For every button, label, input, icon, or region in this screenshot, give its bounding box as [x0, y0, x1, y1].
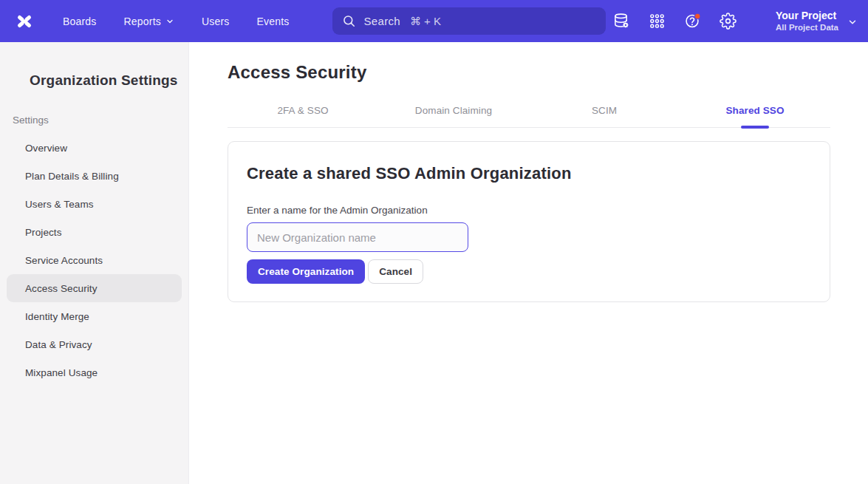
sidebar-item-projects[interactable]: Projects	[7, 218, 182, 246]
card-title: Create a shared SSO Admin Organization	[247, 164, 811, 183]
mixpanel-logo-icon[interactable]	[13, 10, 35, 33]
nav-item-label: Boards	[63, 16, 97, 27]
project-name: Your Project	[776, 10, 838, 22]
sidebar-item-identity-merge[interactable]: Identity Merge	[7, 302, 182, 330]
sidebar-title: Organization Settings	[30, 72, 188, 89]
search-input[interactable]: Search ⌘ + K	[332, 7, 606, 35]
create-organization-button[interactable]: Create Organization	[247, 259, 365, 284]
sidebar-item-overview[interactable]: Overview	[7, 134, 182, 162]
cancel-button[interactable]: Cancel	[368, 259, 423, 284]
sidebar-item-users-teams[interactable]: Users & Teams	[7, 190, 182, 218]
org-name-label: Enter a name for the Admin Organization	[247, 204, 811, 217]
search-icon	[342, 14, 356, 28]
sidebar-item-access-security[interactable]: Access Security	[7, 274, 182, 302]
sidebar-item-service-accounts[interactable]: Service Accounts	[7, 246, 182, 274]
project-scope: All Project Data	[776, 22, 838, 33]
nav-item-label: Reports	[124, 16, 161, 27]
settings-gear-icon[interactable]	[720, 13, 737, 30]
nav-item-events[interactable]: Events	[257, 16, 290, 27]
sidebar-item-plan-details-billing[interactable]: Plan Details & Billing	[7, 162, 182, 190]
primary-nav: Boards Reports Users Events	[63, 16, 290, 27]
sidebar-item-data-privacy[interactable]: Data & Privacy	[7, 330, 182, 358]
tab-domain-claiming[interactable]: Domain Claiming	[378, 105, 529, 127]
sidebar-section-label: Settings	[13, 114, 188, 126]
search-shortcut: ⌘ + K	[410, 15, 441, 28]
create-shared-sso-card: Create a shared SSO Admin Organization E…	[228, 141, 830, 302]
nav-item-label: Users	[202, 16, 230, 27]
tab-scim[interactable]: SCIM	[529, 105, 680, 127]
top-navbar: Boards Reports Users Events Search ⌘ + K	[0, 0, 868, 42]
navbar-actions: Your Project All Project Data	[613, 10, 856, 33]
tab-shared-sso[interactable]: Shared SSO	[680, 105, 830, 127]
settings-sidebar: Organization Settings Settings Overview …	[0, 42, 189, 484]
sidebar-item-mixpanel-usage[interactable]: Mixpanel Usage	[7, 358, 182, 386]
apps-grid-icon[interactable]	[649, 13, 666, 30]
search-placeholder: Search	[364, 15, 400, 27]
data-management-icon[interactable]	[613, 13, 630, 30]
org-name-input[interactable]	[247, 222, 468, 252]
nav-item-label: Events	[257, 16, 290, 27]
project-labels: Your Project All Project Data	[776, 10, 838, 33]
nav-item-reports[interactable]: Reports	[124, 16, 174, 27]
sidebar-items: Overview Plan Details & Billing Users & …	[0, 134, 188, 386]
project-selector[interactable]: Your Project All Project Data	[776, 10, 856, 33]
main-content: Access Security 2FA & SSO Domain Claimin…	[189, 42, 868, 484]
chevron-down-icon	[165, 17, 174, 26]
card-actions: Create Organization Cancel	[247, 259, 811, 284]
nav-item-boards[interactable]: Boards	[63, 16, 97, 27]
help-icon[interactable]	[684, 13, 701, 30]
page-title: Access Security	[228, 62, 830, 83]
chevron-down-icon	[847, 17, 856, 26]
tab-2fa-sso[interactable]: 2FA & SSO	[228, 105, 378, 127]
nav-item-users[interactable]: Users	[202, 16, 230, 27]
access-security-tabs: 2FA & SSO Domain Claiming SCIM Shared SS…	[228, 105, 830, 128]
